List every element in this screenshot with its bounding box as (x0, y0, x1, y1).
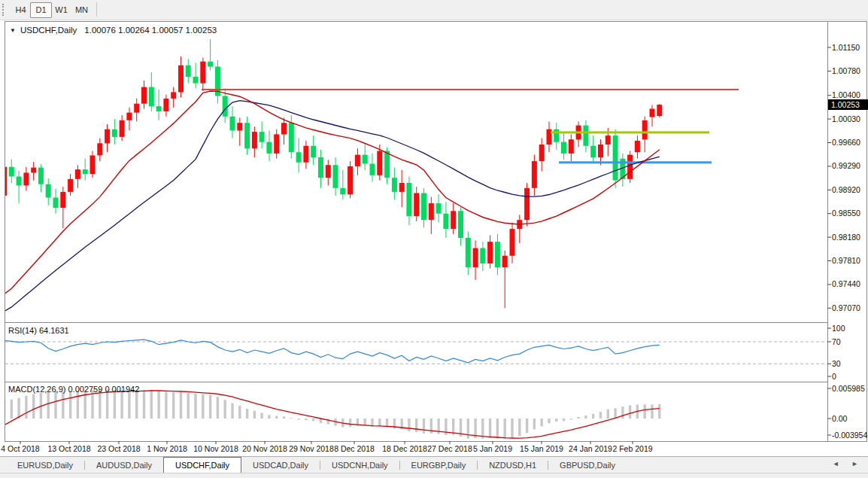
rsi-axis-label: 100 (832, 324, 845, 333)
date-axis-label: 10 Nov 2018 (193, 444, 238, 453)
price-axis-label: 1.00030 (832, 114, 860, 123)
date-axis-label: 15 Jan 2019 (520, 444, 563, 453)
rsi-axis-label: 30 (832, 359, 841, 368)
price-axis-label: 0.98920 (832, 185, 860, 194)
macd-axis-label: -0.003954 (832, 431, 867, 440)
price-axis-label: 1.00780 (832, 66, 860, 75)
chart-symbol-label: USDCHF,Daily (20, 26, 77, 35)
date-axis-label: 5 Jan 2019 (473, 444, 512, 453)
rsi-axis-label: 70 (832, 337, 841, 346)
price-axis-label: 1.00400 (832, 90, 860, 99)
date-axis-label: 13 Oct 2018 (47, 444, 90, 453)
date-axis-label: 4 Oct 2018 (1, 444, 39, 453)
macd-indicator-label: MACD(12,26,9) 0.002759 0.001942 (8, 385, 139, 394)
price-axis-label: 0.97070 (832, 303, 860, 312)
mt4-window: H4D1W1MN ▼USDCHF,Daily1.00076 1.00264 1.… (0, 0, 868, 478)
date-axis-label: 23 Oct 2018 (97, 444, 140, 453)
chart-dropdown-icon[interactable]: ▼ (10, 27, 16, 34)
price-axis-label: 0.97440 (832, 279, 860, 288)
price-axis-label: 0.99660 (832, 138, 860, 147)
chart-title: ▼USDCHF,Daily1.00076 1.00264 1.00057 1.0… (10, 26, 217, 35)
rsi-axis-label: 0 (832, 372, 836, 381)
price-axis-label: 1.01150 (832, 43, 860, 52)
date-axis-label: 8 Dec 2018 (334, 444, 375, 453)
current-price-badge: 1.00253 (828, 99, 868, 110)
chart-ohlc-values: 1.00076 1.00264 1.00057 1.00253 (84, 26, 217, 35)
date-axis-label: 2 Feb 2019 (612, 444, 652, 453)
macd-axis-label: 0.00 (832, 414, 847, 423)
date-axis-label: 18 Dec 2018 (382, 444, 427, 453)
date-axis-label: 27 Dec 2018 (427, 444, 472, 453)
date-axis-label: 20 Nov 2018 (242, 444, 287, 453)
date-axis-label: 24 Jan 2019 (569, 444, 612, 453)
price-axis-label: 0.98550 (832, 209, 860, 218)
price-axis-label: 0.98180 (832, 233, 860, 242)
chart-canvas[interactable] (0, 0, 868, 478)
rsi-indicator-label: RSI(14) 64.1631 (8, 326, 69, 335)
date-axis-label: 1 Nov 2018 (147, 444, 187, 453)
price-axis-label: 0.97810 (832, 256, 860, 265)
date-axis-label: 29 Nov 2018 (289, 444, 334, 453)
macd-axis-label: 0.005985 (832, 384, 865, 393)
price-axis-label: 0.99290 (832, 161, 860, 170)
